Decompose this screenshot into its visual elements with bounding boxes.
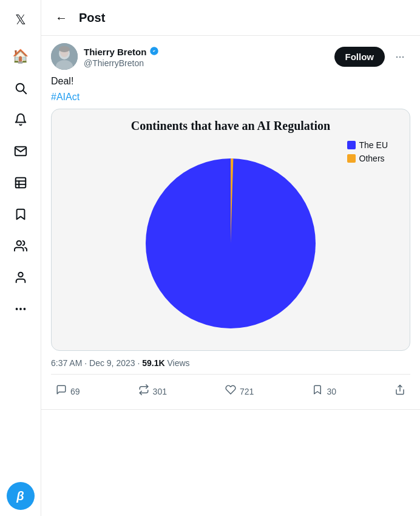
retweet-count: 301 [153,387,167,396]
svg-point-6 [16,241,21,245]
bookmark-icon [312,384,323,398]
sidebar-item-more[interactable] [7,295,35,323]
retweet-action[interactable]: 301 [134,381,172,402]
user-name: Thierry Breton [84,47,146,57]
svg-line-1 [23,90,26,93]
actions-row: 69 301 721 30 [51,374,410,402]
user-handle: @ThierryBreton [84,58,160,68]
back-button[interactable]: ← [51,7,72,28]
svg-point-15 [59,46,70,52]
page-title: Post [79,11,105,25]
post-timestamp: 6:37 AM · Dec 9, 2023 [51,358,135,368]
user-name-row: Thierry Breton [84,46,160,58]
more-options-button[interactable]: ··· [390,46,410,67]
post-header: ← Post [41,0,420,36]
legend-item-eu: The EU [347,140,388,150]
reply-icon [56,384,67,398]
bookmark-count: 30 [327,387,336,396]
reply-count: 69 [70,387,80,396]
pie-chart [134,146,328,341]
post-meta: 6:37 AM · Dec 9, 2023 · 59.1K Views [51,358,410,368]
svg-point-10 [16,308,17,310]
post-views-count: 59.1K [142,358,164,368]
sidebar-item-bookmarks[interactable] [7,200,35,228]
post-hashtag[interactable]: #AIAct [51,92,410,103]
avatar[interactable] [51,43,78,70]
like-icon [225,384,236,398]
post-views-label: Views [167,358,189,368]
sidebar-item-communities[interactable] [7,232,35,260]
chart-card: Continents that have an AI Regulation Th… [51,109,410,351]
main-content: ← Post [41,0,420,516]
share-icon [395,384,405,398]
post-text: Deal! [51,75,410,88]
user-row: Thierry Breton @ThierryBreton Follow ··· [51,43,410,70]
chart-title: Continents that have an AI Regulation [61,119,400,133]
follow-button[interactable]: Follow [334,47,385,67]
svg-point-8 [20,308,21,310]
sidebar-item-notifications[interactable] [7,106,35,134]
like-action[interactable]: 721 [220,381,259,402]
chart-legend: The EU Others [347,140,388,163]
sidebar-item-messages[interactable] [7,137,35,165]
brand-logo[interactable]: 𝕏 [7,6,35,34]
sidebar-item-profile[interactable] [7,263,35,291]
sidebar-item-lists[interactable] [7,169,35,197]
legend-item-others: Others [347,154,388,163]
chart-area: The EU Others [61,140,400,341]
user-actions: Follow ··· [334,46,411,67]
svg-rect-2 [15,178,25,188]
user-info: Thierry Breton @ThierryBreton [84,46,160,68]
legend-color-others [347,154,356,163]
legend-color-eu [347,141,356,149]
bookmark-action[interactable]: 30 [307,381,341,402]
sidebar-item-beta[interactable]: β [7,482,35,510]
reply-action[interactable]: 69 [51,381,85,402]
post: Thierry Breton @ThierryBreton Follow ···… [41,36,420,410]
sidebar-item-search[interactable] [7,74,35,102]
user-info-left: Thierry Breton @ThierryBreton [51,43,160,70]
share-action[interactable] [390,381,410,402]
sidebar: 𝕏 🏠 β [0,0,41,516]
svg-point-7 [18,273,22,277]
retweet-icon [138,384,149,398]
beta-icon: β [16,489,24,503]
sidebar-item-home[interactable]: 🏠 [7,42,35,70]
legend-label-others: Others [359,154,385,163]
like-count: 721 [240,387,254,396]
legend-label-eu: The EU [359,140,388,150]
verified-badge [149,46,160,58]
svg-point-9 [24,308,25,310]
